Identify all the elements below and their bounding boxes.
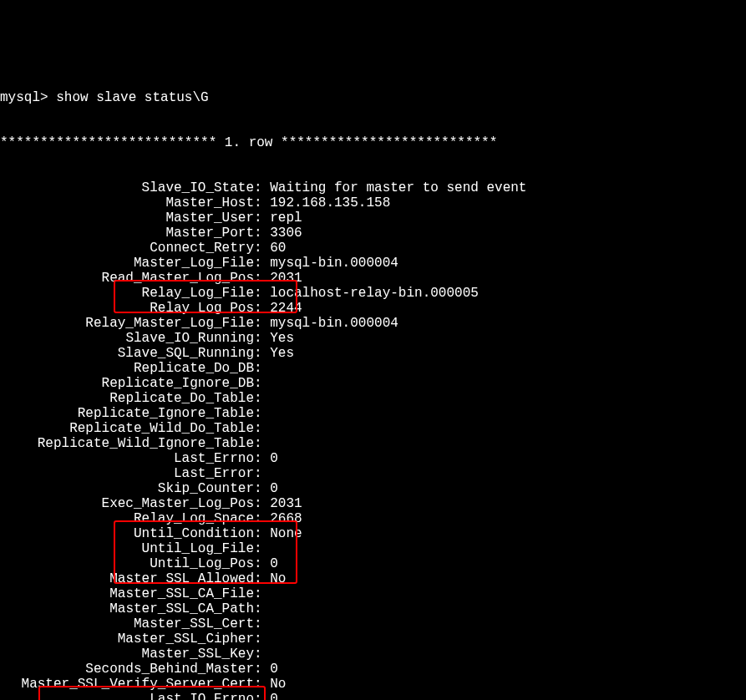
field-value: 0 [270, 692, 278, 700]
field-value: 192.168.135.158 [270, 195, 390, 211]
status-field-row: Master_SSL_Cert: [0, 616, 746, 632]
field-label: Read_Master_Log_Pos [0, 271, 254, 286]
field-label: Slave_IO_State [0, 180, 254, 195]
status-field-row: Replicate_Do_DB: [0, 361, 746, 376]
status-field-row: Slave_IO_Running: Yes [0, 331, 746, 346]
colon-separator: : [254, 496, 270, 511]
colon-separator: : [254, 481, 270, 496]
status-field-row: Until_Log_Pos: 0 [0, 556, 746, 571]
colon-separator: : [254, 286, 270, 301]
field-value: Yes [270, 346, 294, 361]
status-field-row: Replicate_Wild_Do_Table: [0, 421, 746, 436]
colon-separator: : [254, 316, 270, 331]
colon-separator: : [254, 361, 270, 376]
colon-separator: : [254, 526, 270, 541]
colon-separator: : [254, 556, 270, 571]
field-label: Master_Host [0, 195, 254, 211]
status-field-row: Skip_Counter: 0 [0, 481, 746, 496]
field-label: Relay_Master_Log_File [0, 316, 254, 331]
status-field-row: Relay_Log_File: localhost-relay-bin.0000… [0, 286, 746, 301]
colon-separator: : [254, 226, 270, 241]
status-field-row: Replicate_Wild_Ignore_Table: [0, 436, 746, 451]
status-field-row: Until_Condition: None [0, 526, 746, 541]
status-field-row: Relay_Log_Space: 2668 [0, 511, 746, 526]
field-value: 0 [270, 662, 278, 677]
field-label: Replicate_Wild_Do_Table [0, 421, 254, 436]
colon-separator: : [254, 241, 270, 256]
status-field-row: Replicate_Ignore_DB: [0, 376, 746, 391]
field-value: mysql-bin.000004 [270, 316, 398, 331]
field-value: Waiting for master to send event [270, 180, 526, 195]
status-field-row: Master_Port: 3306 [0, 226, 746, 241]
colon-separator: : [254, 616, 270, 632]
field-label: Master_Log_File [0, 256, 254, 271]
command-prompt-row: mysql> show slave status\G [0, 90, 746, 105]
field-value: 0 [270, 556, 278, 571]
colon-separator: : [254, 571, 270, 586]
field-value: 2244 [270, 301, 302, 316]
field-value: 0 [270, 451, 278, 466]
colon-separator: : [254, 692, 270, 700]
field-label: Master_Port [0, 226, 254, 241]
field-value: 2668 [270, 511, 302, 526]
status-field-row: Exec_Master_Log_Pos: 2031 [0, 496, 746, 511]
status-field-row: Last_Error: [0, 466, 746, 481]
colon-separator: : [254, 211, 270, 226]
status-field-row: Master_User: repl [0, 211, 746, 226]
status-field-row: Master_SSL_Cipher: [0, 632, 746, 647]
status-field-row: Relay_Master_Log_File: mysql-bin.000004 [0, 316, 746, 331]
field-label: Master_SSL_Cert [0, 616, 254, 632]
field-label: Master_SSL_Verify_Server_Cert [0, 677, 254, 692]
field-label: Relay_Log_Pos [0, 301, 254, 316]
colon-separator: : [254, 451, 270, 466]
status-field-row: Replicate_Ignore_Table: [0, 406, 746, 421]
field-value: mysql-bin.000004 [270, 256, 398, 271]
field-label: Until_Log_File [0, 541, 254, 556]
colon-separator: : [254, 271, 270, 286]
field-label: Connect_Retry [0, 241, 254, 256]
field-value: No [270, 677, 286, 692]
prompt-text: mysql> show slave status\G [0, 90, 209, 105]
colon-separator: : [254, 331, 270, 346]
field-value: 3306 [270, 226, 302, 241]
field-label: Replicate_Do_DB [0, 361, 254, 376]
colon-separator: : [254, 391, 270, 406]
field-label: Seconds_Behind_Master [0, 662, 254, 677]
field-label: Replicate_Wild_Ignore_Table [0, 436, 254, 451]
status-field-row: Master_Host: 192.168.135.158 [0, 195, 746, 211]
status-field-row: Connect_Retry: 60 [0, 241, 746, 256]
status-field-row: Master_SSL_Key: [0, 647, 746, 662]
field-label: Master_SSL_CA_Path [0, 601, 254, 616]
status-field-row: Slave_IO_State: Waiting for master to se… [0, 180, 746, 195]
colon-separator: : [254, 256, 270, 271]
colon-separator: : [254, 677, 270, 692]
colon-separator: : [254, 466, 270, 481]
status-field-row: Master_SSL_CA_File: [0, 586, 746, 601]
field-value: 60 [270, 241, 286, 256]
colon-separator: : [254, 632, 270, 647]
field-value: Yes [270, 331, 294, 346]
colon-separator: : [254, 586, 270, 601]
field-label: Exec_Master_Log_Pos [0, 496, 254, 511]
status-field-row: Master_SSL_Allowed: No [0, 571, 746, 586]
status-field-row: Replicate_Do_Table: [0, 391, 746, 406]
colon-separator: : [254, 406, 270, 421]
field-value: 2031 [270, 496, 302, 511]
row-separator: *************************** 1. row *****… [0, 135, 746, 150]
field-label: Master_SSL_Allowed [0, 571, 254, 586]
colon-separator: : [254, 301, 270, 316]
status-field-row: Last_Errno: 0 [0, 451, 746, 466]
status-field-row: Seconds_Behind_Master: 0 [0, 662, 746, 677]
field-label: Last_IO_Errno [0, 692, 254, 700]
colon-separator: : [254, 195, 270, 211]
status-field-row: Slave_SQL_Running: Yes [0, 346, 746, 361]
field-label: Skip_Counter [0, 481, 254, 496]
field-label: Last_Error [0, 466, 254, 481]
colon-separator: : [254, 511, 270, 526]
field-value: No [270, 571, 286, 586]
field-value: 2031 [270, 271, 302, 286]
field-label: Last_Errno [0, 451, 254, 466]
field-label: Until_Condition [0, 526, 254, 541]
status-field-row: Read_Master_Log_Pos: 2031 [0, 271, 746, 286]
field-label: Relay_Log_Space [0, 511, 254, 526]
